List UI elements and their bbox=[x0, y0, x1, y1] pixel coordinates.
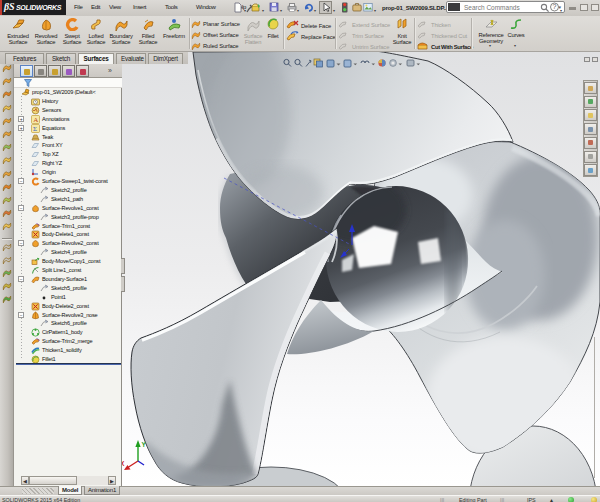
svg-text:Y: Y bbox=[142, 441, 147, 448]
svg-text:A: A bbox=[33, 116, 38, 124]
svg-text:?: ? bbox=[553, 3, 557, 10]
svg-text:Σ: Σ bbox=[33, 125, 37, 133]
